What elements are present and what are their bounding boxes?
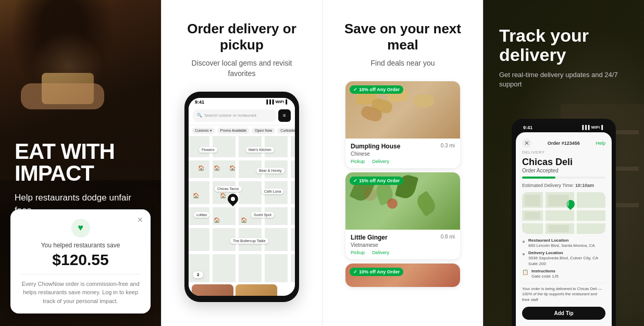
- ginger-name: Little Ginger: [351, 234, 388, 241]
- tracking-help-link[interactable]: Help: [596, 141, 605, 146]
- instructions-text-block: Instructions Gate code 1J5: [531, 269, 559, 279]
- instructions-text: Gate code 1J5: [531, 273, 559, 279]
- map-label-mahs: Mah's Kitchen: [246, 147, 274, 153]
- third-deal-badge: ✓ 10% off Any Order: [350, 268, 403, 276]
- panel3-subtitle: Find deals near you: [338, 58, 467, 69]
- search-input-mock[interactable]: 🔍 Search cuisine or restaurant: [193, 109, 276, 122]
- road-v3: [262, 136, 265, 282]
- status-bar-4: 9:41 ▐▐▐ WiFi ▌: [516, 123, 612, 132]
- restaurant-strip: Spend $20, Save $5 Chicas Deli Pickup · …: [189, 282, 295, 296]
- restaurant-list: ✓ 10% off Any Order Dumpling House 0.3 m…: [345, 81, 460, 287]
- road-h4: [189, 225, 295, 228]
- ginger-info: Little Ginger 0.8 mi Vietnamese Pickup ·…: [345, 230, 460, 259]
- ginger-tags: Pickup · Delivery: [351, 250, 455, 255]
- panel4-subtitle: Get real-time delivery updates and 24/7 …: [499, 70, 628, 89]
- map-house-7: 🏠: [241, 217, 247, 223]
- map-pin-main: [228, 194, 238, 204]
- close-icon[interactable]: ✕: [137, 216, 143, 224]
- status-time-2: 9:41: [195, 99, 204, 105]
- restaurant-location-address: 860 Lincoln Blvd, Santa Monica, CA: [528, 243, 595, 248]
- tracking-restaurant-name: Chicas Deli: [522, 157, 605, 168]
- ginger-tag-delivery: Delivery: [373, 250, 390, 255]
- dumpling-distance: 0.3 mi: [441, 143, 455, 148]
- map-label-buttercup: The Buttercup Table: [230, 238, 268, 244]
- map-house-3: 🏠: [229, 165, 236, 171]
- card-icon-area: ♥: [21, 219, 140, 237]
- eta-time: 10:10am: [575, 183, 594, 188]
- panel-order-delivery: Order delivery or pickup Discover local …: [161, 0, 322, 326]
- restaurant-card-berbere[interactable]: Berbere Pickup · Delivery: [236, 284, 277, 296]
- tracking-close-icon[interactable]: ✕: [522, 139, 531, 148]
- restaurant-location-label: Restaurant Location: [528, 238, 595, 243]
- status-icons-4: ▐▐▐ WiFi ▌: [581, 125, 605, 130]
- map-house-5: 🏠: [220, 193, 226, 198]
- restaurant-card-chicas[interactable]: Spend $20, Save $5 Chicas Deli Pickup · …: [192, 284, 233, 296]
- road-h1: [189, 157, 295, 160]
- phone-mockup-2: 9:41 ▐▐▐ WiFi ▌ 🔍 Search cuisine or rest…: [184, 92, 299, 302]
- dumpling-tag-pickup: Pickup: [351, 159, 365, 164]
- ginger-tag-pickup: Pickup: [351, 250, 365, 255]
- status-bar-2: 9:41 ▐▐▐ WiFi ▌: [189, 98, 295, 106]
- menu-icon[interactable]: ≡: [278, 109, 291, 122]
- tracking-progress-fill: [522, 177, 555, 179]
- restaurant-card-ginger[interactable]: ✓ 15% off Any Order Little Ginger 0.8 mi…: [345, 172, 460, 259]
- ginger-cuisine: Vietnamese: [351, 242, 455, 248]
- restaurant-card-dumpling[interactable]: ✓ 10% off Any Order Dumpling House 0.3 m…: [345, 81, 460, 168]
- map-area: Flowers Mah's Kitchen Bear & Honey Chica…: [189, 136, 295, 282]
- panel-save-meal: Save on your next meal Find deals near y…: [322, 0, 483, 326]
- map-label-flowers: Flowers: [199, 147, 217, 153]
- panel2-title: Order delivery or pickup: [177, 21, 306, 53]
- block-3: [525, 212, 540, 219]
- delivery-location-address: 3936 Sepulveda Blvd, Culver City, CA Sui…: [528, 255, 605, 267]
- filter-promo[interactable]: Promo Available: [217, 128, 250, 134]
- berbere-image: [236, 284, 277, 296]
- ginger-header-row: Little Ginger 0.8 mi: [351, 234, 455, 241]
- card-divider: [21, 274, 140, 274]
- panel3-heading: Save on your next meal Find deals near y…: [323, 21, 483, 69]
- search-icon: 🔍: [197, 113, 202, 118]
- map-label-lolitas: Lolitas: [194, 212, 209, 218]
- dumpling-tags: Pickup · Delivery: [351, 159, 455, 164]
- tracking-mini-map: [522, 192, 605, 234]
- delivery-location-text: Delivery Location 3936 Sepulveda Blvd, C…: [528, 250, 605, 267]
- delivery-location-icon: ●: [522, 251, 525, 257]
- tracking-header: ✕ Order #123456 Help: [522, 139, 605, 148]
- wifi-icon-4: WiFi: [591, 125, 600, 130]
- restaurant-card-third[interactable]: ✓ 10% off Any Order: [345, 264, 460, 287]
- panel4-text-block: Track your delivery Get real-time delive…: [499, 26, 628, 89]
- battery-icon: ▌: [286, 99, 289, 104]
- dumpling-header-row: Dumpling House 0.3 mi: [351, 143, 455, 150]
- filter-open[interactable]: Open Now: [252, 128, 275, 134]
- ginger-image: ✓ 15% off Any Order: [345, 172, 460, 230]
- chicas-bg: [192, 284, 233, 296]
- restaurant-location-item: ● Restaurant Location 860 Lincoln Blvd, …: [522, 238, 605, 248]
- restaurant-location-icon: ●: [522, 239, 525, 244]
- ginger-deal-text: 15% off Any Order: [359, 178, 400, 183]
- tomato-2: [387, 198, 398, 209]
- dumpling-info: Dumpling House 0.3 mi Chinese Pickup · D…: [345, 139, 460, 168]
- panel2-heading: Order delivery or pickup Discover local …: [162, 21, 322, 79]
- card-label: You helped restaurants save: [21, 242, 140, 249]
- filter-cuisines[interactable]: Cuisines ▾: [192, 128, 215, 134]
- location-count: 2: [193, 271, 203, 278]
- tracking-screen: ✕ Order #123456 Help DELIVERY Chicas Del…: [516, 132, 612, 326]
- add-tip-button[interactable]: Add Tip: [522, 307, 605, 320]
- filter-curbside[interactable]: Curbside: [277, 128, 295, 134]
- signal-icon-4: ▐▐▐: [581, 125, 590, 130]
- impact-card: ✕ ♥ You helped restaurants save $120.55 …: [10, 209, 151, 314]
- menu-lines: ≡: [283, 112, 286, 118]
- heart-icon: ♥: [71, 219, 90, 237]
- third-deal-text: 10% off Any Order: [359, 269, 400, 274]
- status-icons-2: ▐▐▐ WiFi ▌: [265, 99, 289, 104]
- road-v2: [236, 136, 239, 282]
- hero-title: EAT WITH IMPACT: [15, 141, 146, 184]
- dumpling-image: ✓ 10% off Any Order: [345, 81, 460, 139]
- eta-label: Estimated Delivery Time:: [522, 183, 574, 188]
- road-h2: [189, 178, 295, 181]
- search-area: 🔍 Search cuisine or restaurant ≡: [189, 106, 295, 126]
- tracking-info-section: ● Restaurant Location 860 Lincoln Blvd, …: [522, 238, 605, 280]
- track-road-h2: [522, 221, 605, 223]
- map-label-cafe: Cafe Luna: [262, 189, 283, 194]
- berbere-bg: [236, 284, 277, 296]
- block-1: [525, 195, 540, 206]
